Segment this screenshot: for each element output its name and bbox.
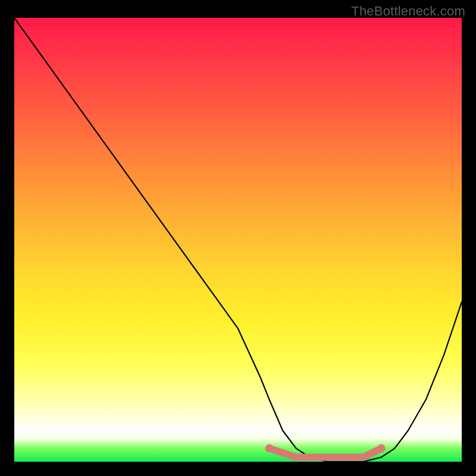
bottleneck-curve: [14, 18, 462, 462]
chart-container: TheBottleneck.com: [0, 0, 476, 476]
sweet-spot-left-marker: [265, 444, 274, 453]
chart-svg: [14, 18, 462, 462]
sweet-spot-band: [270, 449, 381, 458]
watermark-text: TheBottleneck.com: [351, 4, 465, 19]
sweet-spot-right-marker: [377, 444, 386, 453]
plot-area: [14, 18, 462, 462]
